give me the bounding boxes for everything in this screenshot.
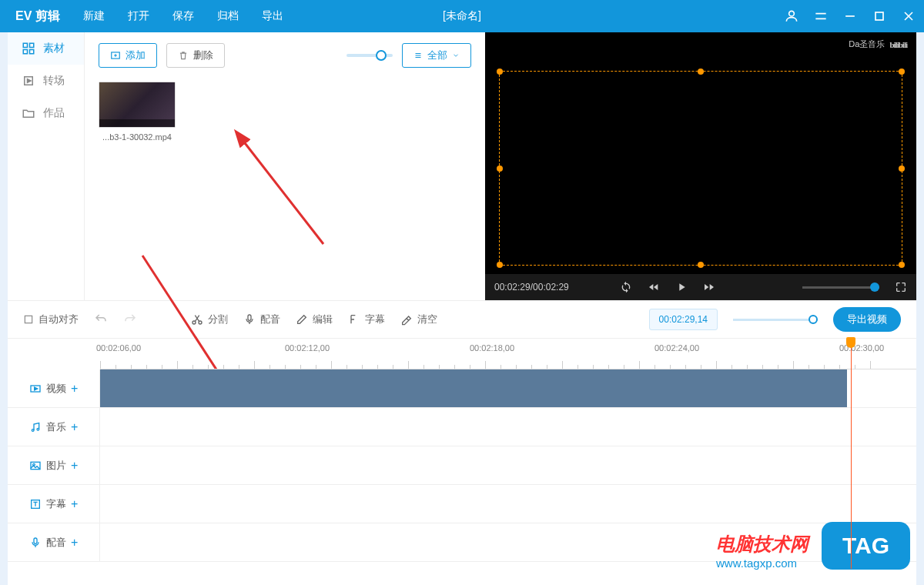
settings-icon[interactable] xyxy=(813,8,829,24)
minimize-button[interactable] xyxy=(842,8,858,24)
svg-marker-10 xyxy=(28,79,32,83)
menu-new[interactable]: 新建 xyxy=(83,9,105,23)
sidebar-label-transition: 转场 xyxy=(43,74,65,88)
menu-export[interactable]: 导出 xyxy=(262,9,283,23)
sidebar-label-assets: 素材 xyxy=(43,42,65,55)
delete-button[interactable]: 删除 xyxy=(166,43,225,68)
svg-rect-19 xyxy=(25,316,32,323)
export-video-button[interactable]: 导出视频 xyxy=(833,307,901,332)
loop-icon[interactable] xyxy=(620,281,632,293)
sidebar-item-assets[interactable]: 素材 xyxy=(8,32,84,65)
video-clip[interactable] xyxy=(100,369,847,407)
app-logo: EV 剪辑 xyxy=(15,8,60,25)
assets-panel: 添加 删除 全部 ...b3-1-30032.mp4 xyxy=(85,32,485,300)
svg-rect-30 xyxy=(34,538,37,543)
svg-rect-8 xyxy=(30,50,34,54)
menu-archive[interactable]: 归档 xyxy=(217,9,239,23)
user-icon[interactable] xyxy=(784,8,799,24)
folder-icon xyxy=(22,106,35,120)
grid-icon xyxy=(22,42,35,55)
thumb-size-slider[interactable] xyxy=(346,54,393,57)
svg-rect-7 xyxy=(23,50,27,54)
maximize-button[interactable] xyxy=(872,8,887,24)
svg-line-17 xyxy=(243,140,323,244)
main-menu: 新建 打开 保存 归档 导出 xyxy=(83,9,283,23)
sidebar-item-works[interactable]: 作品 xyxy=(8,97,84,129)
play-icon[interactable] xyxy=(675,281,688,293)
page-watermark: 电脑技术网 www.tagxp.com xyxy=(716,532,808,570)
track-music: 音乐+ xyxy=(8,408,916,446)
timeline-ruler[interactable]: 00:02:06,00 00:02:12,00 00:02:18,00 00:0… xyxy=(100,339,916,369)
preview-watermark-brand: bilibili xyxy=(889,40,907,49)
asset-thumbnail xyxy=(99,82,176,128)
preview-time: 00:02:29/00:02:29 xyxy=(494,282,569,292)
mic-icon xyxy=(29,537,42,549)
add-dub-track[interactable]: + xyxy=(71,536,78,550)
close-button[interactable] xyxy=(901,8,916,24)
svg-rect-22 xyxy=(248,315,251,320)
svg-rect-6 xyxy=(30,43,34,47)
preview-player: Da圣音乐 bilibili 00:02:29/00:02:29 xyxy=(485,32,916,300)
add-music-track[interactable]: + xyxy=(71,420,78,434)
filter-select[interactable]: 全部 xyxy=(402,43,471,68)
svg-point-25 xyxy=(32,429,34,431)
split-tool[interactable]: 分割 xyxy=(191,313,228,326)
svg-marker-24 xyxy=(35,387,38,390)
undo-icon[interactable] xyxy=(94,313,108,326)
selection-frame[interactable] xyxy=(499,71,902,266)
track-image: 图片+ xyxy=(8,446,916,485)
asset-filename: ...b3-1-30032.mp4 xyxy=(99,132,176,142)
timeline: 00:02:06,00 00:02:12,00 00:02:18,00 00:0… xyxy=(8,339,916,562)
preview-watermark-text: Da圣音乐 xyxy=(849,38,885,50)
rewind-icon[interactable] xyxy=(648,281,660,293)
chevron-down-icon xyxy=(452,52,460,59)
add-icon xyxy=(110,50,121,61)
svg-point-26 xyxy=(37,428,39,430)
preview-controls: 00:02:29/00:02:29 xyxy=(485,274,916,300)
fullscreen-icon[interactable] xyxy=(895,281,907,293)
sidebar-item-transition[interactable]: 转场 xyxy=(8,65,84,97)
sidebar: 素材 转场 作品 xyxy=(8,32,85,300)
asset-item[interactable]: ...b3-1-30032.mp4 xyxy=(99,82,176,142)
track-subtitle: 字幕+ xyxy=(8,485,916,523)
timecode-display: 00:02:29,14 xyxy=(649,309,718,330)
svg-rect-2 xyxy=(875,12,883,20)
add-video-track[interactable]: + xyxy=(71,382,78,396)
subtitle-tool[interactable]: 字幕 xyxy=(348,313,385,326)
edit-tool[interactable]: 编辑 xyxy=(296,313,333,326)
menu-open[interactable]: 打开 xyxy=(128,9,149,23)
add-image-track[interactable]: + xyxy=(71,459,78,473)
clear-tool[interactable]: 清空 xyxy=(400,313,437,326)
sidebar-label-works: 作品 xyxy=(43,106,65,120)
zoom-slider[interactable] xyxy=(733,319,818,321)
list-icon xyxy=(413,51,423,60)
trash-icon xyxy=(178,50,189,61)
preview-volume-slider[interactable] xyxy=(802,286,879,289)
image-icon xyxy=(29,460,42,472)
svg-rect-5 xyxy=(23,43,27,47)
timeline-toolbar: 自动对齐 分割 配音 编辑 字幕 清空 00:02:29,14 导出视频 xyxy=(8,300,916,339)
autosnap-checkbox[interactable]: 自动对齐 xyxy=(23,313,79,326)
add-subtitle-track[interactable]: + xyxy=(71,497,78,511)
forward-icon[interactable] xyxy=(703,281,715,293)
menu-save[interactable]: 保存 xyxy=(172,9,194,23)
dub-tool[interactable]: 配音 xyxy=(243,313,280,326)
playhead[interactable] xyxy=(851,339,852,569)
text-icon xyxy=(29,498,42,510)
music-icon xyxy=(29,421,42,433)
tag-badge: TAG xyxy=(822,522,910,570)
svg-point-0 xyxy=(789,11,795,16)
titlebar: EV 剪辑 新建 打开 保存 归档 导出 [未命名] xyxy=(0,0,924,32)
square-icon xyxy=(22,74,35,88)
track-video: 视频+ xyxy=(8,369,916,408)
annotation-arrow-1 xyxy=(231,129,339,252)
redo-icon[interactable] xyxy=(123,313,137,326)
document-title: [未命名] xyxy=(443,9,481,23)
add-button[interactable]: 添加 xyxy=(99,43,157,68)
video-icon xyxy=(29,383,42,395)
